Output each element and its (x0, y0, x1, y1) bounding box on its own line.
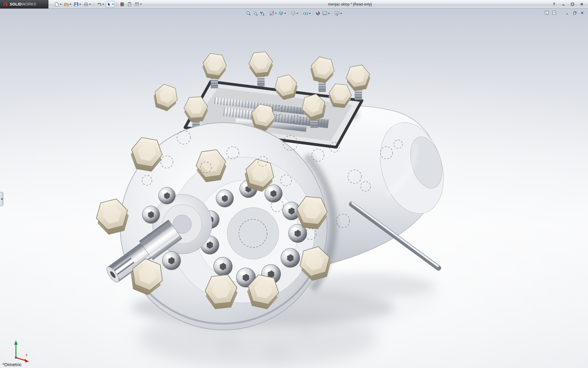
graphics-viewport[interactable]: x *Dimetric (0, 9, 588, 368)
heads-up-view-toolbar (245, 10, 343, 17)
save-icon (74, 2, 79, 7)
x-axis-label: x (26, 353, 28, 357)
main-toolbar (48, 1, 143, 8)
toolbar-separator (117, 2, 117, 7)
doc-tile-icon (545, 11, 549, 15)
section-view-button[interactable] (269, 10, 277, 17)
save-button[interactable] (73, 1, 82, 8)
model-render[interactable] (0, 9, 588, 368)
select-icon (107, 2, 111, 7)
print-button[interactable] (83, 1, 92, 8)
feature-manager-collapsed-tab[interactable] (0, 192, 3, 206)
hud-separator (300, 11, 301, 16)
undo-icon (97, 2, 102, 7)
section-view-dropdown[interactable] (275, 13, 277, 14)
zoom-to-area-button[interactable] (252, 10, 258, 17)
zoom-to-fit-icon (246, 11, 251, 16)
brand-light: WORKS (22, 2, 36, 6)
hud-separator (313, 11, 313, 16)
options-dropdown[interactable] (140, 4, 142, 5)
window-title: menjac sklop * [Read-only] (328, 0, 372, 9)
edit-appearance-icon (315, 11, 321, 16)
doc-new-window-icon (552, 11, 556, 15)
hud-separator (288, 11, 288, 16)
brand-bold: SOLID (10, 2, 22, 6)
rebuild-button[interactable] (119, 1, 126, 8)
hud-separator (267, 11, 267, 16)
zoom-to-area-icon (253, 11, 258, 16)
x-axis-arrow (24, 359, 29, 362)
display-style-button[interactable] (290, 10, 299, 17)
help-button[interactable]: ? (550, 1, 558, 7)
doc-minimize-button[interactable] (564, 10, 570, 15)
solidworks-window: SOLIDWORKS (0, 0, 588, 368)
print-icon (84, 2, 89, 7)
hide-show-items-icon (303, 11, 308, 16)
document-window-controls (544, 10, 585, 15)
doc-tile-button[interactable] (544, 10, 550, 15)
maximize-button[interactable] (568, 1, 576, 7)
hud-separator (332, 11, 332, 16)
display-style-dropdown[interactable] (296, 13, 298, 14)
view-orientation-dropdown[interactable] (284, 13, 286, 14)
previous-view-button[interactable] (259, 10, 265, 17)
doc-minimize-icon (566, 11, 569, 15)
file-properties-icon (127, 2, 132, 7)
toolbar-separator (94, 2, 94, 7)
options-button[interactable] (134, 1, 143, 8)
open-document-icon (64, 2, 69, 7)
minimize-button[interactable] (559, 1, 567, 7)
file-properties-button[interactable] (126, 1, 133, 8)
window-controls: ? (550, 1, 588, 7)
doc-close-icon (580, 11, 584, 15)
view-orientation-icon (278, 11, 284, 16)
apply-scene-icon (322, 11, 327, 16)
view-orientation-button[interactable] (278, 10, 287, 17)
apply-scene-button[interactable] (322, 10, 330, 17)
view-settings-dropdown[interactable] (340, 13, 342, 14)
rebuild-icon (120, 2, 125, 7)
title-bar: SOLIDWORKS (0, 0, 588, 9)
view-settings-button[interactable] (334, 10, 343, 17)
doc-restore-icon (573, 11, 577, 15)
undo-button[interactable] (96, 1, 105, 8)
previous-view-icon (259, 11, 265, 16)
doc-close-button[interactable] (579, 10, 585, 15)
select-button[interactable] (106, 1, 115, 8)
select-dropdown[interactable] (112, 4, 114, 5)
save-dropdown[interactable] (79, 4, 81, 5)
edit-appearance-button[interactable] (315, 10, 321, 17)
options-icon (134, 2, 139, 7)
close-icon (580, 2, 583, 6)
doc-new-window-button[interactable] (551, 10, 557, 15)
reference-triad (14, 340, 29, 362)
print-dropdown[interactable] (89, 4, 91, 5)
minimize-icon (562, 2, 565, 6)
close-button[interactable] (578, 1, 586, 7)
view-orientation-label: *Dimetric (2, 362, 22, 367)
new-document-dropdown[interactable] (60, 4, 62, 5)
display-style-icon (291, 11, 296, 16)
maximize-icon (571, 2, 574, 6)
solidworks-brand: SOLIDWORKS (0, 0, 48, 9)
new-document-button[interactable] (53, 1, 62, 8)
open-document-dropdown[interactable] (70, 4, 71, 5)
solidworks-logo-icon (3, 2, 8, 7)
doc-restore-button[interactable] (572, 10, 578, 15)
undo-dropdown[interactable] (102, 4, 104, 5)
y-axis-arrow (14, 340, 18, 345)
open-document-button[interactable] (63, 1, 72, 8)
view-settings-icon (334, 11, 340, 16)
hide-show-items-button[interactable] (302, 10, 311, 17)
section-view-icon (269, 11, 274, 16)
hide-show-items-dropdown[interactable] (309, 13, 311, 14)
zoom-to-fit-button[interactable] (245, 10, 252, 17)
new-document-icon (54, 2, 59, 7)
brand-text: SOLIDWORKS (10, 2, 36, 6)
apply-scene-dropdown[interactable] (328, 13, 330, 14)
